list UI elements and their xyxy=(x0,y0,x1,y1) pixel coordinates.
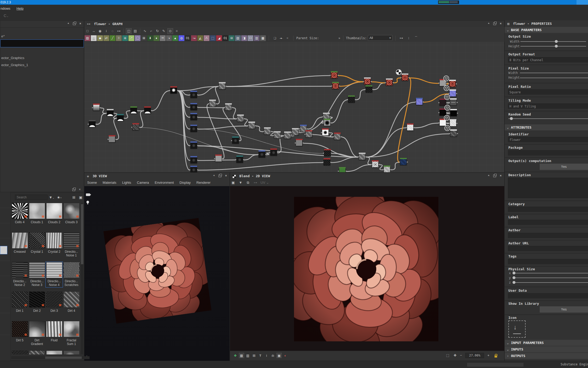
library-item-crystal-2[interactable]: ≣Crystal 2 xyxy=(46,232,63,258)
library-item-crystal-1[interactable]: ≣Crystal 1 xyxy=(28,232,45,258)
graph-node[interactable] xyxy=(232,136,239,144)
graph-node[interactable] xyxy=(416,98,423,105)
node-misc-1-icon[interactable]: ▧ xyxy=(235,35,241,41)
search-input[interactable] xyxy=(15,195,48,200)
tools-icon[interactable]: ✎ xyxy=(161,28,166,34)
physical-size-z-slider[interactable] xyxy=(513,282,588,283)
node-misc-3-icon[interactable]: ⊟ xyxy=(248,35,253,41)
close-icon[interactable]: × xyxy=(78,22,82,26)
comment-icon[interactable]: ❑ xyxy=(272,35,278,41)
camera-icon[interactable] xyxy=(86,193,92,199)
physical-size-y-slider[interactable] xyxy=(513,278,588,278)
graph-node[interactable] xyxy=(339,167,346,172)
pixel-size-height-slider[interactable] xyxy=(520,78,588,78)
snapshot-icon[interactable]: ◉ xyxy=(97,28,103,34)
fit-1-1-icon[interactable]: ↔ xyxy=(91,28,96,34)
node-blur-hq-icon[interactable]: ◊ xyxy=(116,35,122,41)
frame-icon[interactable]: ⌗ xyxy=(285,35,290,41)
library-item-fluid[interactable]: ≣Fluid xyxy=(46,321,63,346)
graph-node[interactable] xyxy=(93,104,100,111)
align-nodes-icon[interactable]: ⁝ xyxy=(406,36,411,41)
pixel-size-width-slider[interactable] xyxy=(520,73,588,73)
zoom-level[interactable]: 27.06% xyxy=(465,353,484,358)
library-item-cells-4[interactable]: ≣Cells 4 xyxy=(11,203,28,228)
node-pixel-processor-icon[interactable]: ◢ xyxy=(216,35,222,41)
graph-node[interactable] xyxy=(449,89,456,97)
library-item-creased[interactable]: ≣Creased xyxy=(11,232,28,258)
menu-help[interactable]: Help xyxy=(14,5,26,12)
node-svg-icon[interactable]: ▤ xyxy=(91,35,97,41)
tiling-grid-icon[interactable]: ⊞ xyxy=(251,353,257,358)
graph-node[interactable] xyxy=(209,100,216,107)
graph-node[interactable] xyxy=(109,135,115,142)
link-display-icon[interactable]: ⊶ xyxy=(116,28,121,34)
save-image-icon[interactable]: ▼ xyxy=(238,180,243,185)
graph-node[interactable] xyxy=(190,91,197,98)
explorer-item-vector-graphics-1[interactable]: ector_Graphics_1 xyxy=(0,62,80,68)
graph-node[interactable] xyxy=(449,80,456,87)
link-yellow-icon[interactable]: ∿ xyxy=(142,28,148,34)
user-data-input[interactable] xyxy=(508,293,588,298)
explorer-item-vector-graphics[interactable]: ector_Graphics xyxy=(0,55,80,61)
filter-icon[interactable]: ▼⌄ xyxy=(49,195,54,200)
node-histogram-icon[interactable]: ▲ xyxy=(172,35,178,41)
section-attributes[interactable]: ⌄ATTRIBUTES xyxy=(505,124,588,130)
light-icon[interactable] xyxy=(86,201,92,206)
zoom-out-button[interactable]: − xyxy=(458,353,464,358)
slider-thumb[interactable] xyxy=(513,276,515,279)
fit-view-icon[interactable]: ⬚ xyxy=(445,353,450,358)
category-input[interactable] xyxy=(508,207,588,212)
refresh-icon[interactable]: C⌄ xyxy=(4,13,9,18)
close-icon[interactable]: × xyxy=(78,188,82,192)
graph-node[interactable] xyxy=(219,82,226,89)
graph-node[interactable] xyxy=(190,103,197,110)
node-bitmap-icon[interactable]: ▨ xyxy=(85,35,90,41)
explorer-selected-row[interactable] xyxy=(0,39,84,47)
color-profile-icon[interactable]: ◐ xyxy=(283,353,288,358)
library-item-dirt-5[interactable]: ≣Dirt 5 xyxy=(11,321,28,346)
graph-node[interactable] xyxy=(348,95,355,103)
library-item-dirt-3[interactable]: ≣Dirt 3 xyxy=(46,291,63,317)
pin-dot-icon[interactable]: -●- xyxy=(278,35,284,41)
graph-node[interactable] xyxy=(450,119,456,126)
library-item-dirt-gradient[interactable]: ≣DirtGradient xyxy=(28,321,45,346)
graph-node[interactable] xyxy=(322,128,329,136)
library-item-dirt-1[interactable]: ≣Dirt 1 xyxy=(11,291,28,317)
node-misc-4-icon[interactable]: ▥ xyxy=(254,35,260,41)
library-item-clouds-3[interactable]: ≣Clouds 3 xyxy=(63,203,80,228)
thumbnails-select[interactable]: All▾ xyxy=(368,35,392,41)
library-item-directio-noise-3[interactable]: ≣Directio...Noise 3 xyxy=(28,262,45,287)
library-item-directio-noise-4[interactable]: ≣Directio...Noise 4 xyxy=(46,262,63,287)
graph-node[interactable] xyxy=(190,141,197,149)
graph-node[interactable] xyxy=(274,131,281,139)
author-input[interactable] xyxy=(508,233,588,238)
float-window-icon[interactable] xyxy=(493,22,497,26)
pin-icon[interactable]: ➤ xyxy=(212,174,216,178)
parent-size-expand[interactable]: » xyxy=(338,36,340,40)
library-item[interactable]: ≣ xyxy=(28,350,45,354)
description-textarea[interactable] xyxy=(508,178,588,198)
link-elbow-icon[interactable]: ⌐ xyxy=(149,28,154,34)
node-splatter-icon[interactable]: ♦ xyxy=(154,35,159,41)
output-size-width-slider[interactable] xyxy=(520,41,586,42)
float-window-icon[interactable] xyxy=(218,174,222,178)
node-misc-5-icon[interactable]: ▩ xyxy=(260,35,266,41)
graph-node[interactable] xyxy=(386,78,393,86)
graph-node[interactable] xyxy=(190,113,197,120)
node-curve-icon[interactable]: ╱ xyxy=(110,35,115,41)
view3d-menu-renderer[interactable]: Renderer xyxy=(193,179,213,186)
pin-icon[interactable]: ➤ xyxy=(487,22,491,26)
library-item-dirt-4[interactable]: ≣Dirt 4 xyxy=(63,291,80,317)
graph-node[interactable] xyxy=(284,131,291,139)
titlebar-button[interactable] xyxy=(577,0,588,5)
library-item-directio-noise-2[interactable]: ≣Directio...Noise 2 xyxy=(11,262,28,287)
text-info-icon[interactable]: Ŧ xyxy=(258,353,263,358)
graph-node[interactable] xyxy=(236,156,243,163)
graph-node[interactable] xyxy=(132,123,139,130)
view3d-menu-display[interactable]: Display xyxy=(177,179,194,186)
package-input[interactable] xyxy=(508,150,588,156)
information-icon[interactable]: i xyxy=(264,353,269,358)
view3d-menu-environment[interactable]: Environment xyxy=(152,179,177,186)
node-view-icon[interactable]: ◫ xyxy=(126,28,132,34)
graph-canvas[interactable] xyxy=(84,42,504,172)
